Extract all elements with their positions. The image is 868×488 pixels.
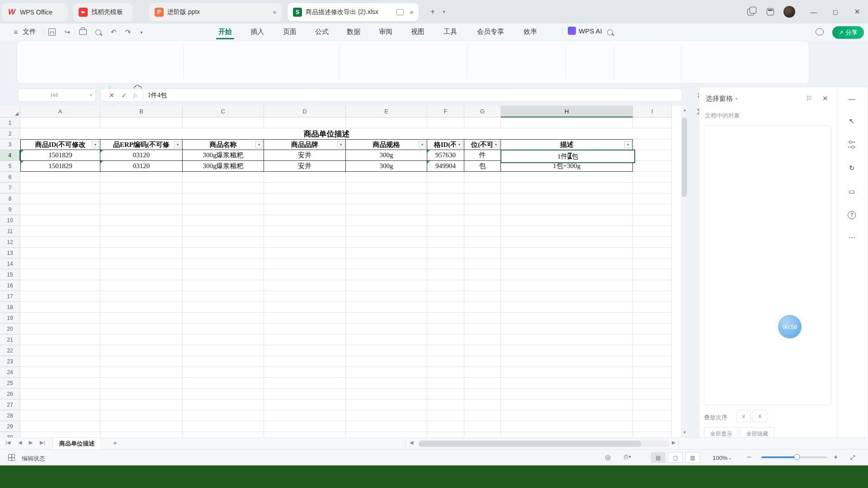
cell-D24[interactable] — [264, 367, 346, 378]
cell-F24[interactable] — [427, 367, 464, 378]
row-header-14[interactable]: 14 — [0, 258, 20, 269]
minimize-button[interactable]: — — [807, 5, 821, 18]
cell-E9[interactable] — [346, 204, 427, 215]
row-header-23[interactable]: 23 — [0, 356, 20, 367]
cell-D15[interactable] — [264, 269, 346, 280]
cell-C7[interactable] — [183, 183, 264, 193]
cell-A22[interactable] — [20, 345, 100, 356]
page-layout-icon[interactable]: ⎙▾ — [624, 453, 631, 460]
cell-I13[interactable] — [633, 248, 672, 258]
cell-B23[interactable] — [100, 356, 183, 367]
tab-list-icon[interactable]: ▾ — [443, 9, 445, 14]
cell-I21[interactable] — [633, 334, 672, 345]
cell-B20[interactable] — [100, 324, 183, 334]
cell-H22[interactable] — [501, 345, 633, 356]
menu-tab-4[interactable]: 公式 — [312, 23, 331, 40]
row-header-3[interactable]: 3 — [0, 139, 20, 150]
cell-G15[interactable] — [464, 269, 501, 280]
cell-H21[interactable] — [501, 334, 633, 345]
cell-C19[interactable] — [183, 313, 264, 324]
row-header-9[interactable]: 9 — [0, 204, 20, 215]
cell-A10[interactable] — [20, 215, 100, 226]
cell-I26[interactable] — [633, 389, 672, 399]
cell-A25[interactable] — [20, 378, 100, 389]
cell-D1[interactable] — [264, 117, 346, 128]
cell-G1[interactable] — [464, 117, 501, 128]
cell-I20[interactable] — [633, 324, 672, 334]
cell-C30[interactable] — [183, 432, 264, 437]
cell-H27[interactable] — [501, 399, 633, 410]
cell-C26[interactable] — [183, 389, 264, 399]
cell-H10[interactable] — [501, 215, 633, 226]
cell-A24[interactable] — [20, 367, 100, 378]
close-button[interactable]: ✕ — [850, 5, 864, 18]
cell-A15[interactable] — [20, 269, 100, 280]
cell-G3[interactable]: 位(不可▼ — [464, 139, 501, 150]
cell-H8[interactable] — [501, 193, 633, 204]
cell-I29[interactable] — [633, 421, 672, 432]
wps-ai-button[interactable]: WPS AI — [568, 27, 602, 35]
cell-I14[interactable] — [633, 258, 672, 269]
cell-G13[interactable] — [464, 248, 501, 258]
redo-icon[interactable]: ↷ — [122, 27, 134, 38]
cell-G8[interactable] — [464, 193, 501, 204]
cell-C16[interactable] — [183, 280, 264, 291]
cell-G26[interactable] — [464, 389, 501, 399]
cell-D7[interactable] — [264, 183, 346, 193]
row-header-17[interactable]: 17 — [0, 291, 20, 302]
vertical-scrollbar[interactable]: ▲ ▼ — [681, 106, 688, 437]
add-sheet-icon[interactable]: + — [113, 439, 117, 446]
cell-G19[interactable] — [464, 313, 501, 324]
cell-A23[interactable] — [20, 356, 100, 367]
help-icon[interactable]: ? — [846, 210, 857, 221]
cell-A20[interactable] — [20, 324, 100, 334]
cell-A12[interactable] — [20, 237, 100, 248]
horizontal-scrollbar[interactable] — [419, 441, 670, 447]
cell-A6[interactable] — [20, 172, 100, 183]
cell-C1[interactable] — [183, 117, 264, 128]
cell-E7[interactable] — [346, 183, 427, 193]
cell-G10[interactable] — [464, 215, 501, 226]
cell-H17[interactable] — [501, 291, 633, 302]
window-tab-4[interactable]: S商品描述修改导出 (2).xlsx — [288, 3, 419, 21]
cell-A19[interactable] — [20, 313, 100, 324]
cell-G21[interactable] — [464, 334, 501, 345]
cell-F16[interactable] — [427, 280, 464, 291]
scroll-down-icon[interactable]: ▼ — [683, 430, 687, 435]
cell-E29[interactable] — [346, 421, 427, 432]
cell-F17[interactable] — [427, 291, 464, 302]
row-header-13[interactable]: 13 — [0, 248, 20, 258]
cell-G25[interactable] — [464, 378, 501, 389]
cell-C27[interactable] — [183, 399, 264, 410]
cell-D8[interactable] — [264, 193, 346, 204]
cell-D14[interactable] — [264, 258, 346, 269]
row-header-12[interactable]: 12 — [0, 237, 20, 248]
print-icon[interactable] — [77, 27, 89, 38]
row-header-22[interactable]: 22 — [0, 345, 20, 356]
collapse-pane-icon[interactable]: — — [846, 93, 857, 104]
cell-E10[interactable] — [346, 215, 427, 226]
cell-D19[interactable] — [264, 313, 346, 324]
cell-H6[interactable] — [501, 172, 633, 183]
row-header-29[interactable]: 29 — [0, 421, 20, 432]
save-icon[interactable] — [46, 27, 58, 38]
column-header-I[interactable]: I — [633, 106, 672, 117]
column-header-C[interactable]: C — [183, 106, 264, 117]
share-button[interactable]: ↗ 分享 — [832, 26, 864, 39]
cell-D11[interactable] — [264, 226, 346, 237]
cell-E30[interactable] — [346, 432, 427, 437]
view-page-button[interactable]: ▢ — [668, 452, 683, 463]
cell-C20[interactable] — [183, 324, 264, 334]
zoom-in-icon[interactable]: + — [834, 453, 838, 461]
cell-H26[interactable] — [501, 389, 633, 399]
cell-G22[interactable] — [464, 345, 501, 356]
cell-I4[interactable] — [633, 150, 672, 161]
cell-G4[interactable]: 件 — [464, 150, 501, 161]
zoom-level[interactable]: 100% ▾ — [712, 455, 731, 461]
cell-A16[interactable] — [20, 280, 100, 291]
cell-E19[interactable] — [346, 313, 427, 324]
cell-E13[interactable] — [346, 248, 427, 258]
cell-F4[interactable]: 957630 — [427, 150, 464, 161]
row-header-11[interactable]: 11 — [0, 226, 20, 237]
row-header-21[interactable]: 21 — [0, 334, 20, 345]
